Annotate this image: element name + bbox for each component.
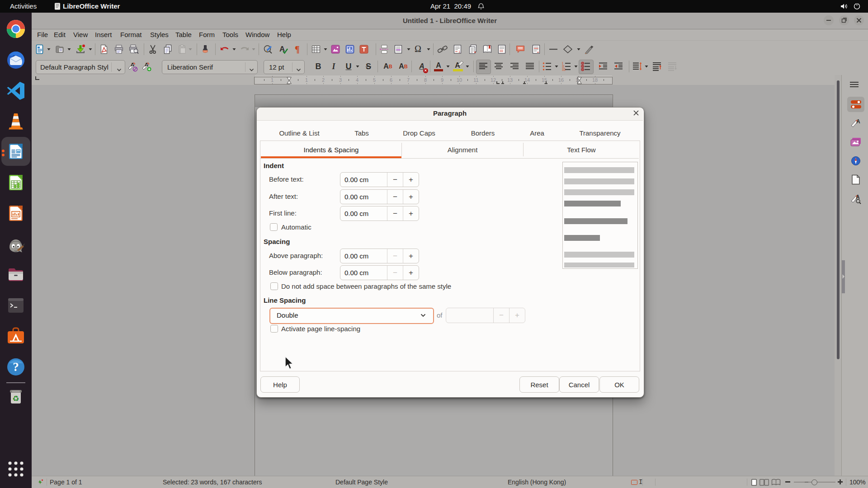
svg-text:Ω: Ω — [415, 44, 421, 54]
svg-text:♻: ♻ — [12, 394, 19, 403]
svg-text:?: ? — [13, 360, 19, 374]
svg-text:¶: ¶ — [295, 44, 300, 54]
svg-text:A: A — [856, 118, 860, 125]
svg-text:1: 1 — [458, 50, 461, 54]
svg-text:A: A — [131, 62, 134, 67]
svg-text:A: A — [145, 62, 148, 67]
